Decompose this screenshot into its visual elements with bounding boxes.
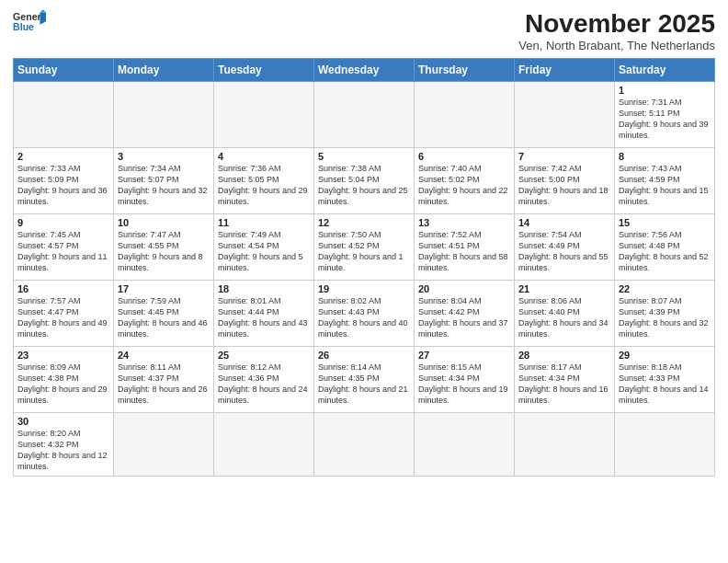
day-info: Sunrise: 8:14 AM Sunset: 4:35 PM Dayligh… [318,362,410,407]
calendar-day-cell: 17Sunrise: 7:59 AM Sunset: 4:45 PM Dayli… [114,281,214,347]
weekday-header-saturday: Saturday [615,59,715,82]
day-number: 10 [118,217,210,228]
day-number: 30 [17,416,109,427]
calendar-title: November 2025 [518,9,715,39]
calendar-day-cell: 20Sunrise: 8:04 AM Sunset: 4:42 PM Dayli… [415,281,515,347]
day-info: Sunrise: 7:59 AM Sunset: 4:45 PM Dayligh… [118,295,210,340]
day-number: 22 [619,283,711,294]
day-number: 5 [318,151,410,162]
calendar-day-cell [14,82,114,148]
day-info: Sunrise: 7:47 AM Sunset: 4:55 PM Dayligh… [118,229,210,274]
calendar-day-cell: 26Sunrise: 8:14 AM Sunset: 4:35 PM Dayli… [314,347,415,413]
calendar-day-cell [415,413,515,477]
calendar-day-cell: 25Sunrise: 8:12 AM Sunset: 4:36 PM Dayli… [214,347,314,413]
calendar-day-cell: 10Sunrise: 7:47 AM Sunset: 4:55 PM Dayli… [114,214,214,281]
day-number: 15 [619,217,711,228]
day-number: 13 [418,217,510,228]
calendar-day-cell: 29Sunrise: 8:18 AM Sunset: 4:33 PM Dayli… [615,347,715,413]
calendar-day-cell: 28Sunrise: 8:17 AM Sunset: 4:34 PM Dayli… [515,347,615,413]
calendar-day-cell [515,82,615,148]
day-number: 6 [418,151,510,162]
calendar-day-cell: 11Sunrise: 7:49 AM Sunset: 4:54 PM Dayli… [214,214,314,281]
calendar-day-cell [615,413,715,477]
calendar-header: SundayMondayTuesdayWednesdayThursdayFrid… [14,59,715,82]
day-number: 29 [619,350,711,361]
day-info: Sunrise: 7:43 AM Sunset: 4:59 PM Dayligh… [619,163,711,208]
day-number: 3 [118,151,210,162]
calendar-day-cell: 3Sunrise: 7:34 AM Sunset: 5:07 PM Daylig… [114,148,214,214]
calendar-day-cell [314,82,415,148]
day-number: 12 [318,217,410,228]
calendar-day-cell: 24Sunrise: 8:11 AM Sunset: 4:37 PM Dayli… [114,347,214,413]
calendar-day-cell: 27Sunrise: 8:15 AM Sunset: 4:34 PM Dayli… [415,347,515,413]
day-info: Sunrise: 7:45 AM Sunset: 4:57 PM Dayligh… [17,229,109,274]
day-info: Sunrise: 8:06 AM Sunset: 4:40 PM Dayligh… [518,295,610,340]
day-number: 4 [218,151,310,162]
day-number: 27 [418,350,510,361]
calendar-day-cell: 7Sunrise: 7:42 AM Sunset: 5:00 PM Daylig… [515,148,615,214]
calendar-table: SundayMondayTuesdayWednesdayThursdayFrid… [13,58,715,477]
title-block: November 2025 Ven, North Brabant, The Ne… [518,9,715,52]
weekday-header-wednesday: Wednesday [314,59,415,82]
calendar-day-cell [214,82,314,148]
svg-text:Blue: Blue [13,21,34,32]
calendar-day-cell: 22Sunrise: 8:07 AM Sunset: 4:39 PM Dayli… [615,281,715,347]
day-number: 14 [518,217,610,228]
calendar-day-cell: 5Sunrise: 7:38 AM Sunset: 5:04 PM Daylig… [314,148,415,214]
day-number: 8 [619,151,711,162]
calendar-day-cell: 9Sunrise: 7:45 AM Sunset: 4:57 PM Daylig… [14,214,114,281]
calendar-day-cell [114,82,214,148]
day-info: Sunrise: 8:04 AM Sunset: 4:42 PM Dayligh… [418,295,510,340]
day-number: 9 [17,217,109,228]
day-number: 1 [619,85,711,96]
calendar-day-cell: 2Sunrise: 7:33 AM Sunset: 5:09 PM Daylig… [14,148,114,214]
day-number: 28 [518,350,610,361]
weekday-header-sunday: Sunday [14,59,114,82]
calendar-day-cell [415,82,515,148]
day-info: Sunrise: 7:36 AM Sunset: 5:05 PM Dayligh… [218,163,310,208]
calendar-week-row: 16Sunrise: 7:57 AM Sunset: 4:47 PM Dayli… [14,281,715,347]
day-info: Sunrise: 7:34 AM Sunset: 5:07 PM Dayligh… [118,163,210,208]
day-number: 20 [418,283,510,294]
calendar-day-cell: 12Sunrise: 7:50 AM Sunset: 4:52 PM Dayli… [314,214,415,281]
calendar-day-cell: 15Sunrise: 7:56 AM Sunset: 4:48 PM Dayli… [615,214,715,281]
logo: General Blue [13,9,46,37]
calendar-day-cell: 6Sunrise: 7:40 AM Sunset: 5:02 PM Daylig… [415,148,515,214]
day-info: Sunrise: 7:38 AM Sunset: 5:04 PM Dayligh… [318,163,410,208]
day-info: Sunrise: 8:11 AM Sunset: 4:37 PM Dayligh… [118,362,210,407]
calendar-day-cell: 19Sunrise: 8:02 AM Sunset: 4:43 PM Dayli… [314,281,415,347]
day-info: Sunrise: 8:12 AM Sunset: 4:36 PM Dayligh… [218,362,310,407]
calendar-day-cell [314,413,415,477]
day-info: Sunrise: 8:07 AM Sunset: 4:39 PM Dayligh… [619,295,711,340]
calendar-day-cell: 23Sunrise: 8:09 AM Sunset: 4:38 PM Dayli… [14,347,114,413]
day-info: Sunrise: 8:15 AM Sunset: 4:34 PM Dayligh… [418,362,510,407]
day-number: 2 [17,151,109,162]
day-info: Sunrise: 8:09 AM Sunset: 4:38 PM Dayligh… [17,362,109,407]
day-info: Sunrise: 7:52 AM Sunset: 4:51 PM Dayligh… [418,229,510,274]
day-info: Sunrise: 7:42 AM Sunset: 5:00 PM Dayligh… [518,163,610,208]
weekday-header-tuesday: Tuesday [214,59,314,82]
svg-marker-2 [40,13,46,25]
calendar-day-cell [214,413,314,477]
day-info: Sunrise: 8:01 AM Sunset: 4:44 PM Dayligh… [218,295,310,340]
calendar-body: 1Sunrise: 7:31 AM Sunset: 5:11 PM Daylig… [14,82,715,477]
weekday-header-thursday: Thursday [415,59,515,82]
day-info: Sunrise: 7:31 AM Sunset: 5:11 PM Dayligh… [619,97,711,142]
day-number: 25 [218,350,310,361]
calendar-day-cell: 18Sunrise: 8:01 AM Sunset: 4:44 PM Dayli… [214,281,314,347]
page: General Blue November 2025 Ven, North Br… [0,0,728,563]
calendar-week-row: 9Sunrise: 7:45 AM Sunset: 4:57 PM Daylig… [14,214,715,281]
day-number: 24 [118,350,210,361]
day-number: 26 [318,350,410,361]
day-info: Sunrise: 7:40 AM Sunset: 5:02 PM Dayligh… [418,163,510,208]
calendar-day-cell: 4Sunrise: 7:36 AM Sunset: 5:05 PM Daylig… [214,148,314,214]
calendar-week-row: 1Sunrise: 7:31 AM Sunset: 5:11 PM Daylig… [14,82,715,148]
day-number: 17 [118,283,210,294]
calendar-day-cell: 14Sunrise: 7:54 AM Sunset: 4:49 PM Dayli… [515,214,615,281]
general-blue-logo-icon: General Blue [13,9,46,37]
day-info: Sunrise: 7:33 AM Sunset: 5:09 PM Dayligh… [17,163,109,208]
calendar-day-cell [515,413,615,477]
day-number: 18 [218,283,310,294]
day-info: Sunrise: 8:17 AM Sunset: 4:34 PM Dayligh… [518,362,610,407]
calendar-day-cell: 16Sunrise: 7:57 AM Sunset: 4:47 PM Dayli… [14,281,114,347]
